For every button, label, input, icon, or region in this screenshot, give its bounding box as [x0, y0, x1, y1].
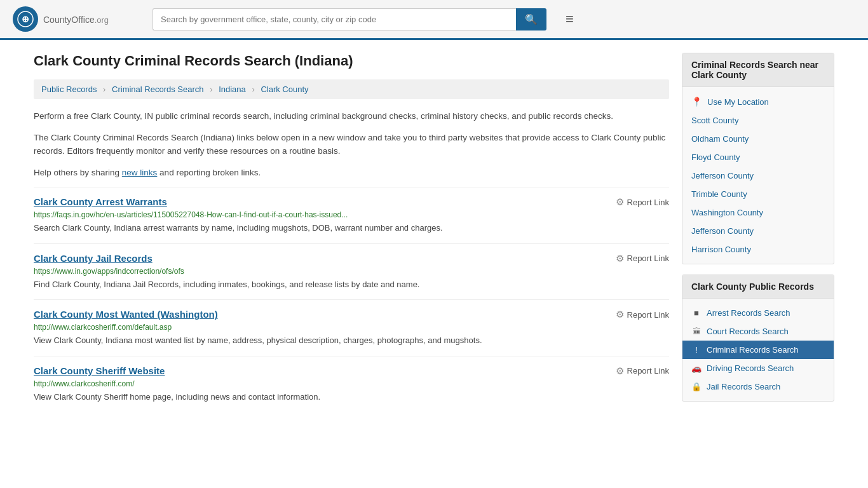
report-link[interactable]: ⚙ Report Link	[616, 309, 669, 320]
report-icon: ⚙	[616, 309, 624, 320]
logo-area: ⊕ CountyOffice.org	[13, 6, 140, 32]
search-bar: 🔍	[153, 8, 546, 30]
nearby-section: Criminal Records Search near Clark Count…	[682, 53, 834, 264]
sidebar-record-icon: ■	[691, 308, 702, 318]
breadcrumb-clark-county[interactable]: Clark County	[261, 85, 308, 94]
description-1: Perform a free Clark County, IN public c…	[34, 109, 669, 123]
record-title-link[interactable]: Clark County Sheriff Website	[34, 365, 165, 376]
public-record-link[interactable]: ■Arrest Records Search	[682, 304, 834, 322]
record-item: Clark County Jail Records ⚙ Report Link …	[34, 243, 669, 300]
public-records-section-title: Clark County Public Records	[682, 275, 834, 299]
breadcrumb-indiana[interactable]: Indiana	[219, 85, 246, 94]
record-title-link[interactable]: Clark County Arrest Warrants	[34, 196, 167, 207]
menu-button[interactable]: ≡	[566, 11, 574, 27]
breadcrumb: Public Records › Criminal Records Search…	[34, 79, 669, 99]
report-link[interactable]: ⚙ Report Link	[616, 365, 669, 377]
search-button[interactable]: 🔍	[516, 8, 546, 30]
sidebar-record-icon: 🚗	[691, 363, 702, 373]
sidebar-record-icon: 🏛	[691, 327, 702, 336]
logo-icon: ⊕	[13, 6, 38, 32]
sidebar-record-icon: 🔒	[691, 382, 702, 391]
description-3: Help others by sharing new links and rep…	[34, 166, 669, 180]
search-input[interactable]	[153, 8, 516, 30]
breadcrumb-criminal-records[interactable]: Criminal Records Search	[112, 85, 204, 94]
record-title-link[interactable]: Clark County Most Wanted (Washington)	[34, 309, 218, 320]
record-item: Clark County Most Wanted (Washington) ⚙ …	[34, 299, 669, 356]
public-record-link[interactable]: 🔒Jail Records Search	[682, 377, 834, 396]
record-desc: View Clark County Sheriff home page, inc…	[34, 391, 669, 403]
public-record-link[interactable]: 🚗Driving Records Search	[682, 359, 834, 377]
logo-text: CountyOffice.org	[43, 13, 109, 26]
record-title-link[interactable]: Clark County Jail Records	[34, 253, 153, 264]
record-item: Clark County Arrest Warrants ⚙ Report Li…	[34, 187, 669, 243]
location-icon: 📍	[691, 97, 702, 107]
breadcrumb-public-records[interactable]: Public Records	[41, 85, 97, 94]
public-records-links: ■Arrest Records Search🏛Court Records Sea…	[682, 299, 834, 401]
report-icon: ⚙	[616, 253, 624, 264]
report-link[interactable]: ⚙ Report Link	[616, 253, 669, 264]
nearby-county-link[interactable]: Scott County	[682, 111, 834, 130]
report-icon: ⚙	[616, 365, 624, 377]
use-my-location-link[interactable]: 📍 Use My Location	[682, 92, 834, 111]
public-record-link[interactable]: !Criminal Records Search	[682, 341, 834, 359]
sidebar-record-label: Arrest Records Search	[707, 308, 790, 318]
record-desc: Search Clark County, Indiana arrest warr…	[34, 222, 669, 234]
nearby-county-link[interactable]: Oldham County	[682, 130, 834, 148]
sidebar-record-label: Jail Records Search	[707, 382, 780, 391]
record-desc: Find Clark County, Indiana Jail Records,…	[34, 278, 669, 291]
sidebar-record-label: Criminal Records Search	[707, 345, 799, 355]
nearby-section-title: Criminal Records Search near Clark Count…	[682, 53, 834, 87]
sidebar-record-label: Court Records Search	[707, 327, 789, 336]
nearby-links: 📍 Use My Location Scott CountyOldham Cou…	[682, 87, 834, 264]
nearby-county-link[interactable]: Harrison County	[682, 240, 834, 259]
nearby-county-link[interactable]: Jefferson County	[682, 222, 834, 240]
nearby-county-link[interactable]: Jefferson County	[682, 166, 834, 185]
new-links-link[interactable]: new links	[122, 168, 158, 177]
nearby-county-link[interactable]: Washington County	[682, 203, 834, 222]
record-url: http://www.clarkcosheriff.com/default.as…	[34, 323, 669, 332]
page-title: Clark County Criminal Records Search (In…	[34, 53, 669, 69]
public-record-link[interactable]: 🏛Court Records Search	[682, 322, 834, 341]
site-header: ⊕ CountyOffice.org 🔍 ≡	[0, 0, 868, 40]
sidebar-record-icon: !	[691, 345, 702, 355]
sidebar-record-label: Driving Records Search	[707, 363, 794, 373]
main-content: Clark County Criminal Records Search (In…	[34, 53, 669, 412]
record-item: Clark County Sheriff Website ⚙ Report Li…	[34, 356, 669, 412]
report-link[interactable]: ⚙ Report Link	[616, 196, 669, 208]
record-url: https://faqs.in.gov/hc/en-us/articles/11…	[34, 210, 669, 219]
description-2: The Clark County Criminal Records Search…	[34, 131, 669, 158]
record-url: http://www.clarkcosheriff.com/	[34, 379, 669, 388]
records-list: Clark County Arrest Warrants ⚙ Report Li…	[34, 187, 669, 412]
nearby-county-link[interactable]: Trimble County	[682, 185, 834, 203]
page-container: Clark County Criminal Records Search (In…	[21, 40, 847, 424]
nearby-counties-list: Scott CountyOldham CountyFloyd CountyJef…	[682, 111, 834, 259]
sidebar: Criminal Records Search near Clark Count…	[682, 53, 834, 412]
svg-text:⊕: ⊕	[22, 14, 29, 24]
record-url: https://www.in.gov/apps/indcorrection/of…	[34, 267, 669, 276]
report-icon: ⚙	[616, 196, 624, 208]
record-desc: View Clark County, Indiana most wanted l…	[34, 334, 669, 347]
public-records-section: Clark County Public Records ■Arrest Reco…	[682, 274, 834, 402]
nearby-county-link[interactable]: Floyd County	[682, 148, 834, 166]
